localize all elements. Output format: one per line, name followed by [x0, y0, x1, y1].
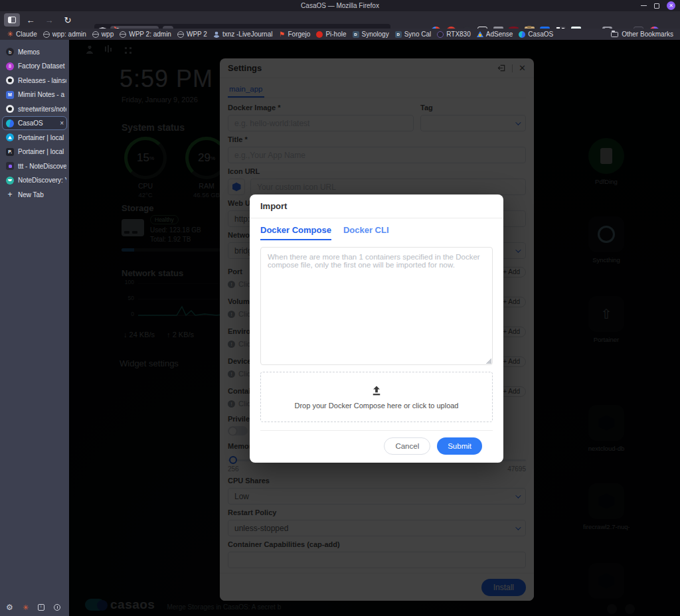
bookmark-claude[interactable]: ✳Claude [7, 31, 37, 38]
casaos-icon [519, 31, 525, 38]
tab-portainer-1[interactable]: Portainer | local [3, 131, 66, 144]
claude-icon: ✳ [7, 31, 13, 38]
bookmarks-bar: ✳Claude wpp: admin wpp WPP 2: admin WPP … [0, 29, 680, 40]
history-clock-icon[interactable] [54, 604, 60, 611]
upload-icon [371, 385, 382, 397]
close-tab-icon[interactable]: × [60, 119, 64, 127]
page-viewport: 5:59 PM Friday, January 9, 2026 System s… [69, 40, 680, 616]
tab-portainer-2[interactable]: P.Portainer | local [3, 145, 66, 158]
notediscovery-icon [6, 177, 14, 185]
browser-toolbar: ← → ↻ Not Secure ⇄ http://voyager.local:… [0, 11, 680, 29]
dsm-icon: D [395, 31, 402, 38]
bookmark-wpp[interactable]: wpp [92, 31, 114, 38]
sidebar-icon [8, 17, 16, 23]
bookmark-wpp2-admin[interactable]: WPP 2: admin [120, 31, 171, 38]
tab-casaos-active[interactable]: CasaOS× [3, 117, 66, 129]
bookmark-synology[interactable]: DSynology [353, 31, 389, 38]
import-footer: Cancel Submit [260, 430, 493, 463]
adsense-icon [477, 31, 483, 37]
new-tab-button[interactable]: +New Tab [3, 189, 66, 201]
other-bookmarks-button[interactable]: Other Bookmarks [611, 31, 673, 38]
reload-button[interactable]: ↻ [60, 13, 76, 27]
import-title: Import [250, 194, 503, 218]
compose-textarea[interactable] [260, 247, 493, 365]
tab-docker-cli[interactable]: Docker CLI [343, 225, 389, 240]
bookmark-forgejo[interactable]: ⚑Forgejo [278, 31, 310, 38]
bookmark-rtx830[interactable]: RTX830 [437, 31, 471, 38]
submit-button[interactable]: Submit [437, 437, 482, 455]
compose-dropzone[interactable]: Drop your Docker Compose here or click t… [260, 372, 493, 422]
resize-grip-icon[interactable] [486, 358, 491, 364]
globe-icon [177, 31, 184, 38]
bookmark-wpp2[interactable]: WPP 2 [177, 31, 207, 38]
memos-icon: b [6, 48, 14, 56]
person-icon [213, 31, 220, 38]
portainer-icon: P. [6, 148, 14, 156]
sidebar-toggle-button[interactable] [4, 13, 20, 27]
bookmark-casaos[interactable]: CasaOS [519, 31, 553, 38]
window-title: CasaOS — Mozilla Firefox [301, 2, 379, 9]
portainer-icon [6, 133, 14, 141]
bookmark-adsense[interactable]: AdSense [477, 31, 513, 38]
import-tabs: Docker Compose Docker CLI [260, 225, 493, 240]
export-icon[interactable] [38, 604, 44, 611]
notediscovery-icon [6, 162, 14, 170]
router-icon [437, 31, 444, 38]
settings-gear-icon[interactable]: ⚙ [6, 603, 13, 612]
forward-button[interactable]: → [41, 13, 57, 27]
tab-notediscovery[interactable]: NoteDiscovery: You [3, 174, 66, 187]
tab-docker-compose[interactable]: Docker Compose [260, 225, 331, 240]
sidebar-bottom-bar: ⚙ ✳ [0, 601, 69, 613]
firefox-tab-sidebar: bMemos 8Factory Dataset > O Releases - l… [0, 40, 69, 616]
github-icon [6, 76, 14, 84]
close-window-button[interactable]: ✕ [667, 1, 675, 10]
window-titlebar: CasaOS — Mozilla Firefox ✕ [0, 0, 680, 11]
bookmark-pihole[interactable]: Pi-hole [316, 31, 346, 38]
tab-mimiri-notes[interactable]: MMimiri Notes - a sec [3, 88, 66, 101]
globe-icon [43, 31, 50, 38]
globe-icon [120, 31, 126, 38]
minimize-button[interactable] [641, 5, 647, 6]
factory-icon: 8 [6, 62, 14, 70]
plus-icon: + [6, 191, 14, 198]
dropzone-text: Drop your Docker Compose here or click t… [294, 402, 458, 410]
globe-icon [92, 31, 99, 38]
casaos-icon [6, 119, 14, 127]
bookmark-livejournal[interactable]: txnz -LiveJournal [213, 31, 273, 38]
back-button[interactable]: ← [23, 13, 39, 27]
import-dialog: Import Docker Compose Docker CLI Drop yo… [250, 194, 503, 463]
tab-memos[interactable]: bMemos [3, 46, 66, 58]
tab-releases[interactable]: Releases - lainsce/n [3, 74, 66, 87]
pihole-icon [316, 31, 323, 38]
flag-icon: ⚑ [278, 31, 285, 38]
folder-icon [611, 32, 618, 37]
bookmark-wpp-admin[interactable]: wpp: admin [43, 31, 86, 38]
maximize-button[interactable] [654, 3, 659, 9]
mimiri-icon: M [6, 91, 14, 99]
tab-factory-dataset[interactable]: 8Factory Dataset > O [3, 60, 66, 72]
tab-ttt-notediscovery[interactable]: ttt - NoteDiscovery [3, 160, 66, 173]
dsm-icon: D [353, 31, 359, 38]
extension-burst-icon[interactable]: ✳ [23, 603, 29, 612]
github-icon [6, 105, 14, 113]
bookmark-syno-cal[interactable]: DSyno Cal [395, 31, 432, 38]
tab-streetwriters[interactable]: streetwriters/notes [3, 103, 66, 116]
cancel-button[interactable]: Cancel [384, 437, 430, 455]
